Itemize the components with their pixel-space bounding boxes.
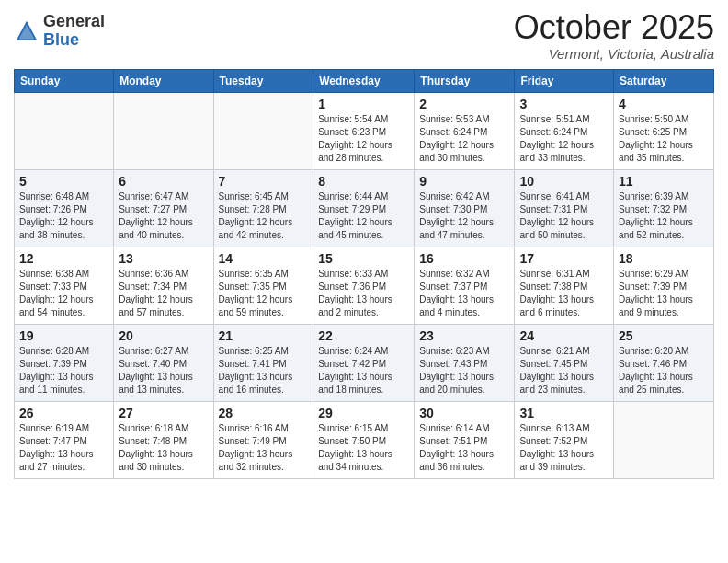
cell-day-number: 11 bbox=[619, 174, 709, 189]
calendar-cell: 25Sunrise: 6:20 AMSunset: 7:46 PMDayligh… bbox=[614, 324, 714, 401]
calendar-week-row: 12Sunrise: 6:38 AMSunset: 7:33 PMDayligh… bbox=[15, 247, 714, 324]
cell-info: Sunrise: 6:16 AMSunset: 7:49 PMDaylight:… bbox=[219, 422, 309, 474]
calendar-cell: 21Sunrise: 6:25 AMSunset: 7:41 PMDayligh… bbox=[213, 324, 313, 401]
cell-info: Sunrise: 5:54 AMSunset: 6:23 PMDaylight:… bbox=[318, 113, 409, 165]
cell-day-number: 18 bbox=[619, 251, 709, 266]
calendar-cell: 29Sunrise: 6:15 AMSunset: 7:50 PMDayligh… bbox=[313, 401, 415, 478]
calendar-cell: 10Sunrise: 6:41 AMSunset: 7:31 PMDayligh… bbox=[515, 169, 614, 247]
cell-info: Sunrise: 6:48 AMSunset: 7:26 PMDaylight:… bbox=[19, 190, 108, 242]
cell-info: Sunrise: 6:14 AMSunset: 7:51 PMDaylight:… bbox=[419, 422, 509, 474]
cell-day-number: 26 bbox=[19, 406, 108, 420]
cell-day-number: 3 bbox=[519, 97, 609, 111]
logo-text: General Blue bbox=[43, 13, 105, 50]
calendar-cell: 23Sunrise: 6:23 AMSunset: 7:43 PMDayligh… bbox=[415, 324, 515, 401]
cell-day-number: 22 bbox=[318, 328, 409, 343]
calendar-header-row: SundayMondayTuesdayWednesdayThursdayFrid… bbox=[15, 69, 714, 92]
cell-info: Sunrise: 6:36 AMSunset: 7:34 PMDaylight:… bbox=[119, 268, 208, 319]
calendar-cell: 22Sunrise: 6:24 AMSunset: 7:42 PMDayligh… bbox=[313, 324, 415, 401]
calendar-week-row: 26Sunrise: 6:19 AMSunset: 7:47 PMDayligh… bbox=[15, 401, 714, 478]
calendar-week-row: 19Sunrise: 6:28 AMSunset: 7:39 PMDayligh… bbox=[15, 324, 714, 401]
cell-info: Sunrise: 6:28 AMSunset: 7:39 PMDaylight:… bbox=[19, 345, 108, 396]
calendar-cell: 13Sunrise: 6:36 AMSunset: 7:34 PMDayligh… bbox=[114, 247, 213, 324]
cell-day-number: 19 bbox=[19, 328, 108, 343]
cell-info: Sunrise: 6:35 AMSunset: 7:35 PMDaylight:… bbox=[219, 268, 309, 319]
cell-info: Sunrise: 6:41 AMSunset: 7:31 PMDaylight:… bbox=[519, 190, 609, 242]
location: Vermont, Victoria, Australia bbox=[514, 46, 714, 62]
calendar-cell: 12Sunrise: 6:38 AMSunset: 7:33 PMDayligh… bbox=[15, 247, 114, 324]
cell-day-number: 23 bbox=[419, 328, 509, 343]
logo-icon bbox=[14, 18, 40, 44]
header: General Blue October 2025 Vermont, Victo… bbox=[14, 9, 714, 62]
cell-day-number: 8 bbox=[318, 174, 409, 189]
calendar-week-row: 5Sunrise: 6:48 AMSunset: 7:26 PMDaylight… bbox=[15, 169, 714, 247]
calendar-cell: 16Sunrise: 6:32 AMSunset: 7:37 PMDayligh… bbox=[415, 247, 515, 324]
calendar-header-friday: Friday bbox=[515, 69, 614, 92]
cell-info: Sunrise: 6:21 AMSunset: 7:45 PMDaylight:… bbox=[519, 345, 609, 396]
cell-info: Sunrise: 6:47 AMSunset: 7:27 PMDaylight:… bbox=[119, 190, 208, 242]
cell-info: Sunrise: 5:53 AMSunset: 6:24 PMDaylight:… bbox=[419, 113, 509, 165]
cell-day-number: 9 bbox=[419, 174, 509, 189]
cell-info: Sunrise: 6:24 AMSunset: 7:42 PMDaylight:… bbox=[318, 345, 409, 396]
cell-day-number: 6 bbox=[119, 174, 208, 189]
calendar-cell: 3Sunrise: 5:51 AMSunset: 6:24 PMDaylight… bbox=[515, 92, 614, 169]
cell-info: Sunrise: 6:42 AMSunset: 7:30 PMDaylight:… bbox=[419, 190, 509, 242]
calendar-header-saturday: Saturday bbox=[614, 69, 714, 92]
cell-day-number: 25 bbox=[619, 328, 709, 343]
calendar-cell: 26Sunrise: 6:19 AMSunset: 7:47 PMDayligh… bbox=[15, 401, 114, 478]
calendar-table: SundayMondayTuesdayWednesdayThursdayFrid… bbox=[14, 69, 714, 479]
calendar-cell: 6Sunrise: 6:47 AMSunset: 7:27 PMDaylight… bbox=[114, 169, 213, 247]
cell-info: Sunrise: 5:51 AMSunset: 6:24 PMDaylight:… bbox=[519, 113, 609, 165]
calendar-cell: 15Sunrise: 6:33 AMSunset: 7:36 PMDayligh… bbox=[313, 247, 415, 324]
calendar-cell: 28Sunrise: 6:16 AMSunset: 7:49 PMDayligh… bbox=[213, 401, 313, 478]
logo: General Blue bbox=[14, 13, 105, 50]
cell-day-number: 31 bbox=[519, 406, 609, 420]
calendar-cell: 17Sunrise: 6:31 AMSunset: 7:38 PMDayligh… bbox=[515, 247, 614, 324]
calendar-week-row: 1Sunrise: 5:54 AMSunset: 6:23 PMDaylight… bbox=[15, 92, 714, 169]
title-block: October 2025 Vermont, Victoria, Australi… bbox=[514, 9, 714, 62]
cell-day-number: 14 bbox=[219, 251, 309, 266]
calendar-cell bbox=[15, 92, 114, 169]
cell-info: Sunrise: 6:15 AMSunset: 7:50 PMDaylight:… bbox=[318, 422, 409, 474]
calendar-cell: 19Sunrise: 6:28 AMSunset: 7:39 PMDayligh… bbox=[15, 324, 114, 401]
cell-day-number: 15 bbox=[318, 251, 409, 266]
month-title: October 2025 bbox=[514, 9, 714, 46]
cell-info: Sunrise: 6:44 AMSunset: 7:29 PMDaylight:… bbox=[318, 190, 409, 242]
calendar-cell: 5Sunrise: 6:48 AMSunset: 7:26 PMDaylight… bbox=[15, 169, 114, 247]
cell-info: Sunrise: 6:29 AMSunset: 7:39 PMDaylight:… bbox=[619, 268, 709, 319]
cell-day-number: 13 bbox=[119, 251, 208, 266]
cell-info: Sunrise: 6:13 AMSunset: 7:52 PMDaylight:… bbox=[519, 422, 609, 474]
cell-info: Sunrise: 6:27 AMSunset: 7:40 PMDaylight:… bbox=[119, 345, 208, 396]
cell-day-number: 16 bbox=[419, 251, 509, 266]
logo-general-text: General bbox=[43, 13, 105, 31]
calendar-cell bbox=[114, 92, 213, 169]
calendar-cell: 14Sunrise: 6:35 AMSunset: 7:35 PMDayligh… bbox=[213, 247, 313, 324]
cell-info: Sunrise: 6:23 AMSunset: 7:43 PMDaylight:… bbox=[419, 345, 509, 396]
calendar-cell bbox=[213, 92, 313, 169]
logo-blue-text: Blue bbox=[43, 31, 105, 50]
calendar-cell bbox=[614, 401, 714, 478]
cell-day-number: 21 bbox=[219, 328, 309, 343]
cell-day-number: 7 bbox=[219, 174, 309, 189]
calendar-cell: 8Sunrise: 6:44 AMSunset: 7:29 PMDaylight… bbox=[313, 169, 415, 247]
cell-day-number: 1 bbox=[318, 97, 409, 111]
cell-info: Sunrise: 6:18 AMSunset: 7:48 PMDaylight:… bbox=[119, 422, 208, 474]
calendar-cell: 4Sunrise: 5:50 AMSunset: 6:25 PMDaylight… bbox=[614, 92, 714, 169]
calendar-cell: 7Sunrise: 6:45 AMSunset: 7:28 PMDaylight… bbox=[213, 169, 313, 247]
cell-info: Sunrise: 6:39 AMSunset: 7:32 PMDaylight:… bbox=[619, 190, 709, 242]
calendar-cell: 1Sunrise: 5:54 AMSunset: 6:23 PMDaylight… bbox=[313, 92, 415, 169]
cell-day-number: 17 bbox=[519, 251, 609, 266]
cell-info: Sunrise: 6:38 AMSunset: 7:33 PMDaylight:… bbox=[19, 268, 108, 319]
calendar-cell: 11Sunrise: 6:39 AMSunset: 7:32 PMDayligh… bbox=[614, 169, 714, 247]
cell-day-number: 5 bbox=[19, 174, 108, 189]
calendar-cell: 27Sunrise: 6:18 AMSunset: 7:48 PMDayligh… bbox=[114, 401, 213, 478]
calendar-header-tuesday: Tuesday bbox=[213, 69, 313, 92]
cell-info: Sunrise: 6:32 AMSunset: 7:37 PMDaylight:… bbox=[419, 268, 509, 319]
cell-day-number: 24 bbox=[519, 328, 609, 343]
calendar-header-wednesday: Wednesday bbox=[313, 69, 415, 92]
cell-day-number: 12 bbox=[19, 251, 108, 266]
calendar-cell: 9Sunrise: 6:42 AMSunset: 7:30 PMDaylight… bbox=[415, 169, 515, 247]
cell-day-number: 27 bbox=[119, 406, 208, 420]
cell-day-number: 30 bbox=[419, 406, 509, 420]
calendar-header-thursday: Thursday bbox=[415, 69, 515, 92]
calendar-cell: 18Sunrise: 6:29 AMSunset: 7:39 PMDayligh… bbox=[614, 247, 714, 324]
